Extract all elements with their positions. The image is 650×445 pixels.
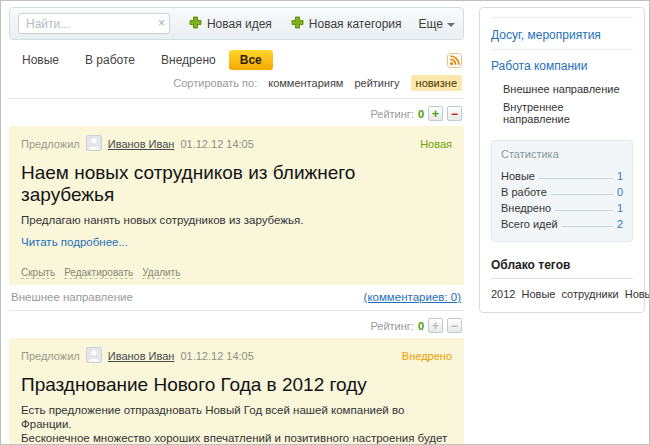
sort-by-newness[interactable]: новизне bbox=[411, 75, 462, 91]
new-idea-label: Новая идея bbox=[207, 17, 272, 31]
tag-cloud-title: Облако тегов bbox=[491, 258, 633, 272]
sidebar-subcategory-internal[interactable]: Внутреннее направление bbox=[491, 98, 633, 128]
author-link[interactable]: Иванов Иван bbox=[108, 350, 175, 362]
idea2-header: Предложил Иванов Иван 01.12.12 14:05 Вне… bbox=[21, 347, 452, 365]
new-idea-button[interactable]: Новая идея bbox=[189, 16, 272, 32]
tag[interactable]: сотрудники bbox=[561, 288, 618, 300]
tab-new[interactable]: Новые bbox=[9, 50, 72, 70]
more-menu-button[interactable]: Еще bbox=[419, 17, 455, 31]
comments-link[interactable]: (комментариев: 0) bbox=[364, 291, 461, 303]
status-badge: Новая bbox=[420, 138, 452, 150]
sort-by-comments[interactable]: комментариям bbox=[268, 77, 343, 89]
stat-label: В работе bbox=[501, 186, 547, 198]
vote-up-button[interactable]: + bbox=[428, 106, 443, 121]
stat-row-new: Новые 1 bbox=[501, 168, 623, 184]
more-label: Еще bbox=[419, 17, 443, 31]
stat-label: Всего идей bbox=[501, 218, 558, 230]
stat-value: 2 bbox=[617, 218, 623, 230]
idea-date: 01.12.12 14:05 bbox=[180, 138, 253, 150]
stat-row-implemented: Внедрено 1 bbox=[501, 200, 623, 216]
stat-row-total: Всего идей 2 bbox=[501, 216, 623, 232]
vote-down-button-disabled: − bbox=[447, 318, 462, 333]
tag[interactable]: Новые bbox=[521, 288, 555, 300]
tab-implemented[interactable]: Внедрено bbox=[148, 50, 229, 70]
hide-link[interactable]: Скрыть bbox=[21, 267, 55, 279]
edit-link[interactable]: Редактировать bbox=[64, 267, 133, 279]
stat-label: Внедрено bbox=[501, 202, 551, 214]
idea-category: Внешнее направление bbox=[11, 291, 133, 303]
leader-line bbox=[551, 194, 613, 195]
read-more-link[interactable]: Читать подробнее... bbox=[21, 236, 128, 248]
tag[interactable]: Новый bbox=[625, 288, 650, 300]
search-input[interactable] bbox=[18, 13, 170, 34]
chevron-down-icon bbox=[447, 23, 455, 27]
idea1-header: Предложил Иванов Иван 01.12.12 14:05 Нов… bbox=[21, 135, 452, 153]
avatar bbox=[86, 135, 102, 153]
idea-date: 01.12.12 14:05 bbox=[180, 350, 253, 362]
proposed-label: Предложил bbox=[21, 350, 80, 362]
vote-down-button[interactable]: − bbox=[447, 106, 462, 121]
divider bbox=[491, 278, 633, 279]
leader-line bbox=[539, 178, 613, 179]
idea1-actions: Скрыть Редактировать Удалить bbox=[21, 267, 452, 279]
statistics-panel: Статистика Новые 1 В работе 0 Внедрено 1… bbox=[491, 140, 633, 242]
tag-cloud: 2012НовыесотрудникиНовыйГод bbox=[491, 288, 633, 300]
idea1-footer: Внешнее направление (комментариев: 0) bbox=[9, 285, 464, 311]
proposed-label: Предложил bbox=[21, 138, 80, 150]
main-column: × Новая идея Новая категория Еще Новые bbox=[9, 7, 464, 445]
statistics-title: Статистика bbox=[501, 148, 623, 160]
leader-line bbox=[562, 226, 613, 227]
rating-label: Рейтинг: bbox=[370, 320, 413, 332]
tab-in-progress[interactable]: В работе bbox=[72, 50, 148, 70]
idea2-rating-bar: Рейтинг: 0 + − bbox=[9, 311, 464, 338]
stat-value: 0 bbox=[617, 186, 623, 198]
idea-title[interactable]: Празднование Нового Года в 2012 году bbox=[21, 374, 452, 396]
search-clear-icon[interactable]: × bbox=[158, 16, 165, 30]
status-badge: Внедрено bbox=[402, 350, 452, 362]
tab-all[interactable]: Все bbox=[229, 50, 273, 70]
avatar bbox=[86, 347, 102, 365]
rating-value: 0 bbox=[418, 108, 424, 120]
stat-row-in-progress: В работе 0 bbox=[501, 184, 623, 200]
sidebar-category-company[interactable]: Работа компании bbox=[491, 57, 633, 80]
sidebar-category-leisure[interactable]: Досуг, мероприятия bbox=[491, 26, 633, 49]
idea-card-2: Предложил Иванов Иван 01.12.12 14:05 Вне… bbox=[9, 338, 464, 445]
idea1-rating-bar: Рейтинг: 0 + − bbox=[9, 99, 464, 126]
search-box: × bbox=[18, 13, 170, 34]
leader-line bbox=[555, 210, 613, 211]
sidebar-subcategory-external[interactable]: Внешнее направление bbox=[491, 80, 633, 98]
idea-body-line2: Бесконечное множество хороших впечатлени… bbox=[21, 431, 452, 445]
toolbar: × Новая идея Новая категория Еще bbox=[9, 7, 464, 40]
idea-body: Предлагаю нанять новых сотрудников из за… bbox=[21, 213, 452, 227]
divider bbox=[491, 49, 633, 50]
new-category-button[interactable]: Новая категория bbox=[291, 16, 402, 32]
sidebar: Досуг, мероприятия Работа компании Внешн… bbox=[479, 7, 645, 313]
plus-icon bbox=[189, 16, 202, 32]
sort-bar: Сортировать по: комментариям рейтингу но… bbox=[9, 71, 464, 99]
vote-up-button-disabled: + bbox=[428, 318, 443, 333]
rating-value: 0 bbox=[418, 320, 424, 332]
idea-card-1: Предложил Иванов Иван 01.12.12 14:05 Нов… bbox=[9, 126, 464, 285]
divider bbox=[491, 17, 633, 18]
tag[interactable]: 2012 bbox=[491, 288, 515, 300]
sort-by-rating[interactable]: рейтингу bbox=[354, 77, 399, 89]
new-category-label: Новая категория bbox=[309, 17, 402, 31]
author-link[interactable]: Иванов Иван bbox=[108, 138, 175, 150]
rating-label: Рейтинг: bbox=[370, 108, 413, 120]
stat-value: 1 bbox=[617, 202, 623, 214]
delete-link[interactable]: Удалить bbox=[142, 267, 180, 279]
rss-icon[interactable] bbox=[447, 53, 462, 68]
status-tabs: Новые В работе Внедрено Все bbox=[9, 49, 464, 71]
ideas-page: × Новая идея Новая категория Еще Новые bbox=[0, 0, 650, 445]
sort-label: Сортировать по: bbox=[173, 77, 257, 89]
idea-title[interactable]: Наем новых сотрудников из ближнего заруб… bbox=[21, 162, 452, 206]
idea-body-line1: Есть предложение отпраздновать Новый Год… bbox=[21, 403, 452, 431]
stat-label: Новые bbox=[501, 170, 535, 182]
plus-icon bbox=[291, 16, 304, 32]
stat-value: 1 bbox=[617, 170, 623, 182]
